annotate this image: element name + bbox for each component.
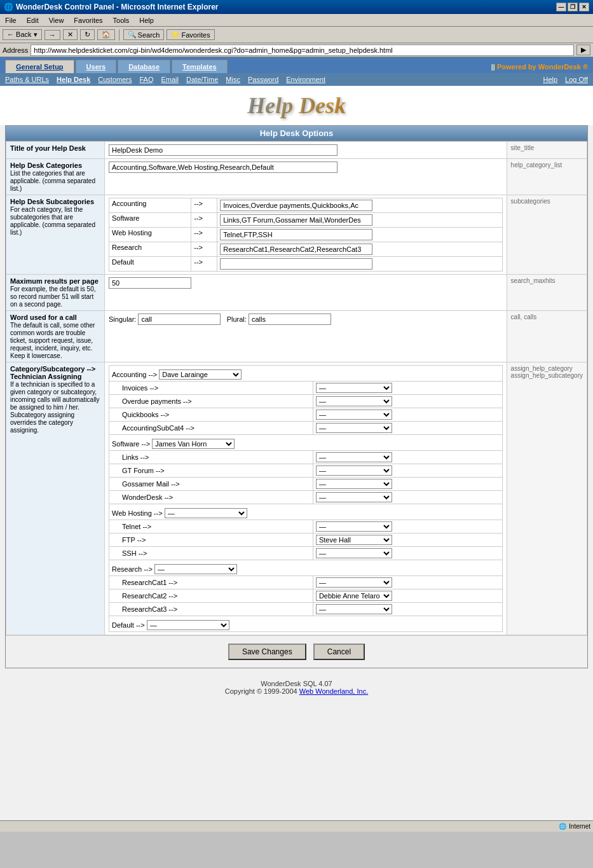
assign-accounting-header: Accounting --> Dave Larainge — [109,366,503,382]
subcat-webhosting-label: Web Hosting [109,228,191,242]
subcat-software-input[interactable] [220,214,372,226]
tab-database[interactable]: Database [118,60,170,73]
subcat-software-label: Software [109,213,191,228]
assign-overpayments-row: Overdue payments --> — [109,395,503,408]
assign-accountingsubcat4-select-cell: — [313,422,502,435]
subnav-misc[interactable]: Misc [226,74,240,85]
assign-ssh-select-cell: — [313,547,502,560]
assign-default-label: Default --> [112,621,145,629]
assign-input-cell: Accounting --> Dave Larainge — Invoices … [105,362,507,635]
subcat-research: Research --> [109,242,503,257]
assign-default-select[interactable]: — [147,620,229,630]
assign-researchcat2-row: ResearchCat2 --> Debbie Anne Telaro — [109,589,503,603]
categories-input[interactable] [109,162,337,173]
assign-research-select[interactable]: — [154,564,237,574]
subcat-default-arrow: --> [191,257,217,272]
assign-overpayments-label: Overdue payments --> [109,395,313,408]
assign-researchcat3-row: ResearchCat3 --> — [109,603,503,616]
assign-researchcat3-select[interactable]: — [316,604,392,614]
favorites-toolbar-button[interactable]: ⭐ Favorites [167,29,214,40]
subnav-password[interactable]: Password [248,74,278,85]
assign-gtforum-select[interactable]: — [316,465,392,476]
cancel-button[interactable]: Cancel [313,644,365,660]
assign-accounting-select[interactable]: Dave Larainge — [159,369,242,380]
assign-telnet-select[interactable]: — [316,521,392,532]
address-input[interactable] [31,45,574,56]
close-button[interactable]: ✕ [579,3,589,11]
assign-gossamermail-select[interactable]: — [316,479,392,489]
save-button[interactable]: Save Changes [228,644,306,660]
tab-users[interactable]: Users [76,60,117,73]
subnav-faq[interactable]: FAQ [139,74,153,85]
subcategories-input-cell: Accounting --> Software --> Web Hosting … [105,195,507,275]
assign-researchcat1-select[interactable]: — [316,577,392,588]
menu-file[interactable]: File [3,15,19,25]
subnav-email[interactable]: Email [161,74,179,85]
powered-by: || Powered by WonderDesk ® [491,63,588,73]
subcat-software: Software --> [109,213,503,228]
search-toolbar-button[interactable]: 🔍 Search [123,29,165,40]
subnav-customers[interactable]: Customers [98,74,132,85]
assign-invoices-select[interactable]: — [316,383,392,393]
subcat-accounting-input[interactable] [220,200,372,211]
subnav-paths[interactable]: Paths & URLs [5,74,49,85]
forward-button[interactable]: → [44,30,60,40]
menu-tools[interactable]: Tools [111,15,132,25]
subnav-logoff[interactable]: Log Off [565,74,588,85]
assign-invoices-label: Invoices --> [109,382,313,395]
assign-invoices-row: Invoices --> — [109,382,503,395]
tab-general-setup[interactable]: General Setup [5,60,74,73]
assign-webhosting-select[interactable]: — [165,508,247,518]
tab-templates[interactable]: Templates [172,60,228,73]
subcat-webhosting: Web Hosting --> [109,228,503,242]
subcat-research-input[interactable] [220,244,372,255]
assign-quickbooks-label: Quickbooks --> [109,408,313,422]
menu-favorites[interactable]: Favorites [71,15,105,25]
stop-button[interactable]: ✕ [63,29,78,40]
assign-overpayments-select[interactable]: — [316,396,392,406]
subcat-default-input[interactable] [220,258,372,270]
wordcall-row: Word used for a call The default is call… [6,311,587,362]
wordcall-singular-input[interactable] [138,313,221,325]
assign-ftp-select[interactable]: Steve Hall — [316,535,392,545]
assign-default-header: Default --> — [109,616,503,632]
assign-quickbooks-select[interactable]: — [316,410,392,420]
assign-accountingsubcat4-select[interactable]: — [316,423,392,433]
logo-area: Help Desk [0,86,593,125]
maxresults-input-cell [105,275,507,311]
menu-edit[interactable]: Edit [24,15,41,25]
menu-help[interactable]: Help [137,15,156,25]
assign-wonderdesk-select[interactable]: — [316,492,392,502]
title-input[interactable] [109,144,337,156]
maxresults-input[interactable] [109,277,191,289]
subnav-datetime[interactable]: Date/Time [186,74,218,85]
wordcall-plural-input[interactable] [249,313,331,325]
minimize-button[interactable]: — [556,3,566,11]
status-internet: Internet [569,823,590,830]
refresh-button[interactable]: ↻ [80,29,95,40]
subnav-help[interactable]: Help [543,74,557,85]
categories-row: Help Desk Categories List the categories… [6,159,587,195]
home-button[interactable]: 🏠 [97,29,115,40]
assign-researchcat2-select[interactable]: Debbie Anne Telaro — [316,591,392,601]
restore-button[interactable]: ❐ [568,3,578,11]
assign-software-select[interactable]: James Van Horn — [152,439,235,449]
subcat-accounting-input-cell [217,198,502,213]
subnav-environment[interactable]: Environment [286,74,325,85]
assign-ssh-select[interactable]: — [316,548,392,558]
assign-telnet-select-cell: — [313,520,502,534]
assign-gossamermail-label: Gossamer Mail --> [109,478,313,491]
subnav-helpdesk[interactable]: Help Desk [57,74,90,85]
assign-links-label: Links --> [109,451,313,464]
back-button[interactable]: ← Back ▾ [3,29,42,40]
go-button[interactable]: ▶ [576,45,590,55]
subcategories-code: subcategories [507,195,587,275]
subcat-accounting-arrow: --> [191,198,217,213]
assign-links-select[interactable]: — [316,452,392,462]
footer-link[interactable]: Web Wonderland, Inc. [299,687,368,695]
subcat-webhosting-input[interactable] [220,229,372,240]
title-row: Title of your Help Desk site_title [6,142,587,159]
subcategories-label: Help Desk Subcategories For each categor… [6,195,105,275]
assign-wonderdesk-row: WonderDesk --> — [109,491,503,504]
menu-view[interactable]: View [46,15,67,25]
